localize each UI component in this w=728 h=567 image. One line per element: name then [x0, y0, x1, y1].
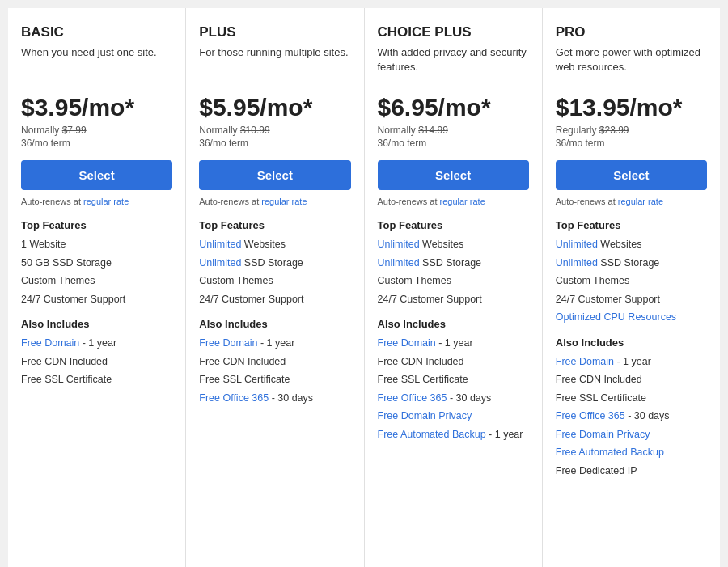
select-button-pro[interactable]: Select	[556, 160, 707, 190]
also-include-plus-0: Free Domain - 1 year	[199, 336, 350, 351]
top-feature-basic-3: 24/7 Customer Support	[21, 293, 172, 307]
also-includes-title-choice-plus: Also Includes	[378, 318, 529, 330]
also-link-basic-0[interactable]: Free Domain	[21, 337, 79, 349]
top-feature-pro-4: Optimized CPU Resources	[556, 311, 707, 325]
plan-normally-plus: Normally $10.99	[199, 125, 350, 136]
also-include-pro-3: Free Office 365 - 30 days	[556, 409, 707, 424]
plan-normally-pro: Regularly $23.99	[556, 125, 707, 136]
plan-price-plus: $5.95/mo*	[199, 94, 350, 121]
also-link-pro-5[interactable]: Free Automated Backup	[556, 446, 664, 458]
top-feature-choice-plus-0: Unlimited Websites	[378, 238, 529, 252]
also-include-pro-2: Free SSL Certificate	[556, 391, 707, 406]
auto-renew-choice-plus: Auto-renews at regular rate	[378, 197, 529, 206]
plan-price-pro: $13.95/mo*	[556, 94, 707, 121]
top-feature-basic-0: 1 Website	[21, 238, 172, 252]
select-button-plus[interactable]: Select	[199, 160, 350, 190]
plan-name-choice-plus: CHOICE PLUS	[378, 24, 529, 40]
top-features-title-choice-plus: Top Features	[378, 219, 529, 231]
also-include-plus-2: Free SSL Certificate	[199, 373, 350, 387]
plan-card-plus: PLUSFor those running multiple sites.$5.…	[186, 8, 364, 567]
top-feature-pro-3: 24/7 Customer Support	[556, 293, 707, 307]
plan-desc-choice-plus: With added privacy and security features…	[378, 45, 529, 84]
feature-link-choice-plus-1[interactable]: Unlimited	[378, 257, 420, 269]
also-includes-title-basic: Also Includes	[21, 318, 172, 330]
feature-link-plus-1[interactable]: Unlimited	[199, 257, 241, 269]
auto-renew-pro: Auto-renews at regular rate	[556, 197, 707, 206]
regular-rate-link-pro[interactable]: regular rate	[618, 197, 663, 206]
plan-normally-basic: Normally $7.99	[21, 125, 172, 136]
plan-price-choice-plus: $6.95/mo*	[378, 94, 529, 121]
top-feature-pro-1: Unlimited SSD Storage	[556, 256, 707, 271]
plan-price-basic: $3.95/mo*	[21, 94, 172, 121]
regular-rate-link-choice-plus[interactable]: regular rate	[440, 197, 485, 206]
also-link-choice-plus-3[interactable]: Free Office 365	[378, 392, 447, 404]
also-include-choice-plus-3: Free Office 365 - 30 days	[378, 391, 529, 406]
also-link-choice-plus-4[interactable]: Free Domain Privacy	[378, 410, 472, 421]
top-feature-pro-0: Unlimited Websites	[556, 238, 707, 252]
pricing-container: BASICWhen you need just one site.$3.95/m…	[8, 8, 720, 567]
also-include-basic-0: Free Domain - 1 year	[21, 336, 172, 351]
top-feature-choice-plus-1: Unlimited SSD Storage	[378, 256, 529, 271]
plan-name-pro: PRO	[556, 24, 707, 40]
plan-card-pro: PROGet more power with optimized web res…	[543, 8, 720, 567]
also-includes-title-pro: Also Includes	[556, 336, 707, 349]
top-feature-basic-1: 50 GB SSD Storage	[21, 256, 172, 271]
feature-link-pro-1[interactable]: Unlimited	[556, 257, 598, 269]
also-includes-section-basic: Also IncludesFree Domain - 1 yearFree CD…	[21, 318, 172, 387]
also-link-choice-plus-0[interactable]: Free Domain	[378, 337, 436, 349]
also-include-choice-plus-0: Free Domain - 1 year	[378, 336, 529, 351]
top-features-title-plus: Top Features	[199, 219, 350, 231]
auto-renew-plus: Auto-renews at regular rate	[199, 197, 350, 206]
plan-term-choice-plus: 36/mo term	[378, 138, 529, 149]
plan-card-basic: BASICWhen you need just one site.$3.95/m…	[8, 8, 186, 567]
top-feature-plus-2: Custom Themes	[199, 274, 350, 289]
also-link-choice-plus-5[interactable]: Free Automated Backup	[378, 429, 486, 440]
select-button-basic[interactable]: Select	[21, 160, 172, 190]
also-link-plus-3[interactable]: Free Office 365	[199, 392, 269, 404]
top-features-title-pro: Top Features	[556, 219, 707, 231]
top-feature-plus-0: Unlimited Websites	[199, 238, 350, 252]
top-feature-plus-1: Unlimited SSD Storage	[199, 256, 350, 271]
also-includes-title-plus: Also Includes	[199, 318, 350, 330]
also-include-plus-3: Free Office 365 - 30 days	[199, 391, 350, 406]
also-include-pro-4: Free Domain Privacy	[556, 428, 707, 442]
also-include-plus-1: Free CDN Included	[199, 355, 350, 370]
also-include-pro-1: Free CDN Included	[556, 373, 707, 387]
plan-term-plus: 36/mo term	[199, 138, 350, 149]
also-link-pro-0[interactable]: Free Domain	[556, 356, 614, 367]
also-link-pro-3[interactable]: Free Office 365	[556, 410, 625, 421]
plan-normally-choice-plus: Normally $14.99	[378, 125, 529, 136]
also-include-pro-0: Free Domain - 1 year	[556, 355, 707, 370]
feature-link-pro-4[interactable]: Optimized CPU Resources	[556, 311, 676, 323]
plan-card-choice-plus: CHOICE PLUSWith added privacy and securi…	[365, 8, 543, 567]
also-include-choice-plus-4: Free Domain Privacy	[378, 409, 529, 424]
top-feature-choice-plus-3: 24/7 Customer Support	[378, 293, 529, 307]
also-includes-section-pro: Also IncludesFree Domain - 1 yearFree CD…	[556, 336, 707, 479]
plan-desc-plus: For those running multiple sites.	[199, 45, 350, 84]
also-include-basic-1: Free CDN Included	[21, 355, 172, 370]
plan-name-plus: PLUS	[199, 24, 350, 40]
plan-term-basic: 36/mo term	[21, 138, 172, 149]
also-include-choice-plus-5: Free Automated Backup - 1 year	[378, 428, 529, 442]
feature-link-plus-0[interactable]: Unlimited	[199, 239, 241, 250]
plan-desc-basic: When you need just one site.	[21, 45, 172, 84]
top-feature-pro-2: Custom Themes	[556, 274, 707, 289]
also-include-basic-2: Free SSL Certificate	[21, 373, 172, 387]
auto-renew-basic: Auto-renews at regular rate	[21, 197, 172, 206]
plan-term-pro: 36/mo term	[556, 138, 707, 149]
also-include-pro-5: Free Automated Backup	[556, 446, 707, 460]
also-includes-section-choice-plus: Also IncludesFree Domain - 1 yearFree CD…	[378, 318, 529, 442]
select-button-choice-plus[interactable]: Select	[378, 160, 529, 190]
also-include-choice-plus-2: Free SSL Certificate	[378, 373, 529, 387]
regular-rate-link-basic[interactable]: regular rate	[83, 197, 129, 206]
feature-link-choice-plus-0[interactable]: Unlimited	[378, 239, 420, 250]
also-include-pro-6: Free Dedicated IP	[556, 464, 707, 479]
regular-rate-link-plus[interactable]: regular rate	[261, 197, 307, 206]
top-feature-choice-plus-2: Custom Themes	[378, 274, 529, 289]
also-link-pro-4[interactable]: Free Domain Privacy	[556, 429, 650, 440]
also-includes-section-plus: Also IncludesFree Domain - 1 yearFree CD…	[199, 318, 350, 405]
feature-link-pro-0[interactable]: Unlimited	[556, 239, 598, 250]
plan-desc-pro: Get more power with optimized web resour…	[556, 45, 707, 84]
also-link-plus-0[interactable]: Free Domain	[199, 337, 257, 349]
top-feature-plus-3: 24/7 Customer Support	[199, 293, 350, 307]
